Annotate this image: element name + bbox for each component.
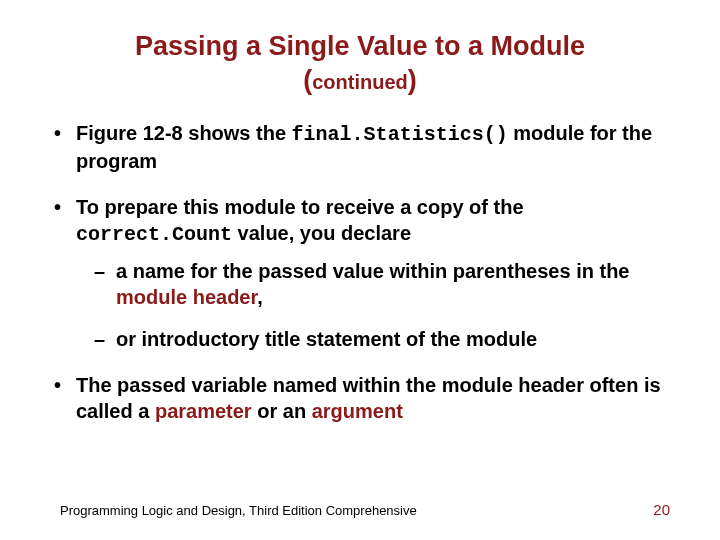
title-subtitle: (continued)	[50, 64, 670, 98]
bullet-2-sub-1-b: ,	[257, 286, 263, 308]
footer: Programming Logic and Design, Third Edit…	[60, 503, 670, 518]
slide: Passing a Single Value to a Module (cont…	[0, 0, 720, 540]
bullet-3-mid: or an	[252, 400, 312, 422]
bullet-2-text-b: value, you declare	[232, 222, 411, 244]
bullet-2-text-a: To prepare this module to receive a copy…	[76, 196, 524, 218]
bullet-1-text-a: Figure 12-8 shows the	[76, 122, 292, 144]
bullet-3: The passed variable named within the mod…	[50, 372, 670, 424]
paren-close: )	[408, 65, 417, 95]
bullet-2: To prepare this module to receive a copy…	[50, 194, 670, 352]
subtitle-text: continued	[312, 71, 408, 93]
bullet-3-hl-1: parameter	[155, 400, 252, 422]
page-number: 20	[653, 501, 670, 518]
bullet-3-hl-2: argument	[312, 400, 403, 422]
bullet-2-code: correct.Count	[76, 223, 232, 246]
title-main: Passing a Single Value to a Module	[135, 31, 585, 61]
bullet-1: Figure 12-8 shows the final.Statistics()…	[50, 120, 670, 174]
paren-open: (	[303, 65, 312, 95]
bullet-list: Figure 12-8 shows the final.Statistics()…	[50, 120, 670, 424]
bullet-1-code: final.Statistics()	[292, 123, 508, 146]
footer-text: Programming Logic and Design, Third Edit…	[60, 503, 417, 518]
bullet-2-sublist: a name for the passed value within paren…	[94, 258, 670, 352]
bullet-2-sub-2-text: or introductory title statement of the m…	[116, 328, 537, 350]
bullet-2-sub-2: or introductory title statement of the m…	[94, 326, 670, 352]
bullet-2-sub-1: a name for the passed value within paren…	[94, 258, 670, 310]
bullet-2-sub-1-hl: module header	[116, 286, 257, 308]
bullet-2-sub-1-a: a name for the passed value within paren…	[116, 260, 629, 282]
slide-title: Passing a Single Value to a Module (cont…	[50, 30, 670, 98]
